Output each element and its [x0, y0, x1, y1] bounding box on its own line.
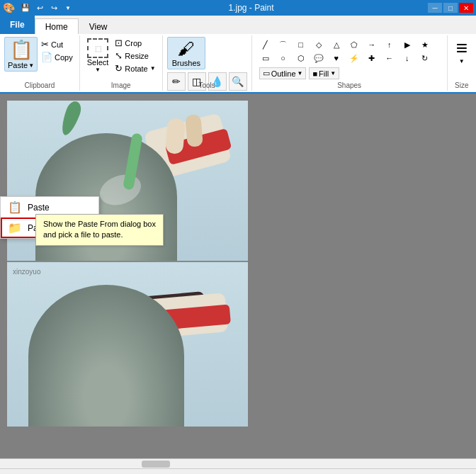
- shape-arrow-left[interactable]: ←: [382, 52, 397, 64]
- shape-diamond[interactable]: ◇: [311, 38, 327, 51]
- brushes-icon: 🖌: [178, 39, 195, 59]
- undo-button[interactable]: ↩: [33, 1, 46, 14]
- img-btn-stack: ⊡ Crop ⤡ Resize ↻ Rotate ▼: [113, 37, 157, 74]
- shape-lightning[interactable]: ⚡: [346, 52, 362, 64]
- shape-heart[interactable]: ♥: [329, 52, 344, 64]
- ribbon: 📋 Paste ▼ ✂ Cut 📄 Copy Clipboard: [0, 34, 476, 94]
- scroll-thumb[interactable]: [142, 461, 170, 468]
- save-button[interactable]: 💾: [19, 1, 32, 14]
- leaf-top: [58, 101, 84, 137]
- customize-button[interactable]: ▼: [62, 1, 74, 14]
- image-group: ⬚ Select ▼ ⊡ Crop ⤡ Resize ↻ Rotate ▼: [80, 35, 163, 91]
- copy-label: Copy: [55, 53, 73, 62]
- shape-arrow-down[interactable]: ↓: [400, 52, 415, 64]
- tools-label: Tools: [163, 81, 251, 89]
- shape-triangle[interactable]: △: [329, 38, 344, 51]
- finger1: [165, 118, 186, 154]
- paste-dropdown-arrow[interactable]: ▼: [28, 62, 34, 69]
- shape-pentagon[interactable]: ⬠: [346, 38, 362, 51]
- outline-arrow[interactable]: ▼: [298, 70, 303, 77]
- tooltip: Show the Paste From dialog box and pick …: [35, 214, 164, 246]
- shape-arrow-u[interactable]: ↑: [382, 38, 397, 51]
- shape-callout[interactable]: 💬: [311, 52, 327, 64]
- paste-button[interactable]: 📋 Paste ▼: [4, 37, 38, 72]
- copy-icon: 📄: [41, 52, 52, 62]
- copy-button[interactable]: 📄 Copy: [39, 51, 75, 63]
- shape-star[interactable]: ★: [417, 38, 433, 51]
- shape-scroll[interactable]: ↻: [417, 52, 433, 64]
- crop-icon: ⊡: [115, 38, 123, 48]
- size-icon: ≡: [456, 38, 468, 58]
- fill-button[interactable]: ■ Fill ▼: [309, 67, 339, 79]
- minimize-button[interactable]: ─: [428, 3, 442, 13]
- fill-label: Fill: [319, 69, 329, 78]
- paste-label-row: Paste ▼: [8, 61, 34, 69]
- clipboard-group: 📋 Paste ▼ ✂ Cut 📄 Copy Clipboard: [0, 35, 80, 91]
- hair-highlight-top: [96, 169, 145, 210]
- redo-button[interactable]: ↪: [47, 1, 60, 14]
- window-title: 1.jpg - Paint: [76, 3, 426, 13]
- cut-label: Cut: [51, 40, 63, 49]
- paste-menu-icon: 📋: [8, 201, 22, 214]
- shape-ellipse[interactable]: ○: [276, 52, 291, 64]
- size-group: ≡ ▼ Size: [448, 35, 476, 91]
- rotate-label: Rotate: [125, 64, 147, 73]
- clipboard-label: Clipboard: [0, 81, 79, 89]
- outline-icon: ▭: [263, 69, 270, 78]
- tools-group-inner: 🖌 Brushes ✏ ◫ 💧 🔍: [167, 37, 247, 101]
- resize-button[interactable]: ⤡ Resize: [113, 50, 157, 62]
- tooltip-text: Show the Paste From dialog box and pick …: [43, 219, 156, 241]
- select-button[interactable]: ⬚ Select ▼: [84, 37, 112, 74]
- rotate-button[interactable]: ↻ Rotate ▼: [113, 62, 157, 74]
- crop-button[interactable]: ⊡ Crop: [113, 37, 157, 49]
- cut-icon: ✂: [41, 39, 49, 50]
- paste-icon: 📋: [10, 39, 33, 61]
- shape-line[interactable]: ╱: [258, 38, 273, 51]
- tools-group: 🖌 Brushes ✏ ◫ 💧 🔍 Tools: [163, 35, 252, 91]
- rotate-icon: ↻: [115, 63, 123, 74]
- maximize-button[interactable]: □: [443, 3, 458, 13]
- paint-canvas[interactable]: xinzoyuo: [7, 101, 248, 427]
- size-arrow[interactable]: ▼: [459, 58, 465, 64]
- paste-from-icon: 📁: [8, 221, 22, 235]
- cut-copy-stack: ✂ Cut 📄 Copy: [39, 37, 75, 63]
- shape-hexagon[interactable]: ⬡: [293, 52, 309, 64]
- shape-curve[interactable]: ⌒: [276, 38, 291, 51]
- app-icon: 🎨: [3, 2, 15, 13]
- ribbon-tabs: File Home View: [0, 16, 476, 34]
- select-arrow[interactable]: ▼: [95, 67, 101, 73]
- shapes-controls: ▭ Outline ▼ ■ Fill ▼: [256, 66, 443, 81]
- brushes-button[interactable]: 🖌 Brushes: [167, 37, 205, 69]
- shape-cross[interactable]: ✚: [364, 52, 380, 64]
- horizontal-scrollbar[interactable]: [0, 458, 476, 468]
- tab-home[interactable]: Home: [35, 18, 79, 34]
- status-bar: ◼: [0, 468, 476, 474]
- fill-icon: ■: [312, 69, 317, 78]
- paste-menu-label: Paste: [28, 203, 50, 213]
- shape-rounded[interactable]: ▭: [258, 52, 273, 64]
- shapes-group: ╱ ⌒ □ ◇ △ ⬠ → ↑ ▶ ★ ▭ ○ ⬡ 💬 ♥ ⚡ ✚ ← ↓ ↻: [252, 35, 448, 91]
- crop-label: Crop: [125, 39, 142, 47]
- shapes-grid: ╱ ⌒ □ ◇ △ ⬠ → ↑ ▶ ★ ▭ ○ ⬡ 💬 ♥ ⚡ ✚ ← ↓ ↻: [256, 37, 443, 66]
- shape-arrow-r[interactable]: →: [364, 38, 380, 51]
- rotate-arrow[interactable]: ▼: [150, 65, 156, 72]
- select-label: Select: [87, 58, 109, 67]
- finger2: [185, 114, 203, 147]
- resize-label: Resize: [125, 52, 149, 60]
- resize-icon: ⤡: [115, 50, 123, 61]
- watermark: xinzoyuo: [13, 268, 40, 276]
- outline-button[interactable]: ▭ Outline ▼: [259, 67, 307, 79]
- shapes-label: Shapes: [252, 81, 447, 89]
- paste-label: Paste: [8, 61, 28, 69]
- shape-rect[interactable]: □: [293, 38, 309, 51]
- close-button[interactable]: ✕: [459, 3, 473, 13]
- tab-file[interactable]: File: [0, 16, 35, 34]
- tab-view[interactable]: View: [79, 18, 118, 34]
- size-button[interactable]: ≡ ▼: [452, 37, 472, 66]
- outline-label: Outline: [271, 69, 296, 78]
- fill-arrow[interactable]: ▼: [330, 70, 336, 77]
- canvas-area: xinzoyuo: [0, 94, 476, 458]
- shape-more[interactable]: ▶: [400, 38, 415, 51]
- brushes-label: Brushes: [172, 59, 200, 67]
- cut-button[interactable]: ✂ Cut: [39, 38, 75, 50]
